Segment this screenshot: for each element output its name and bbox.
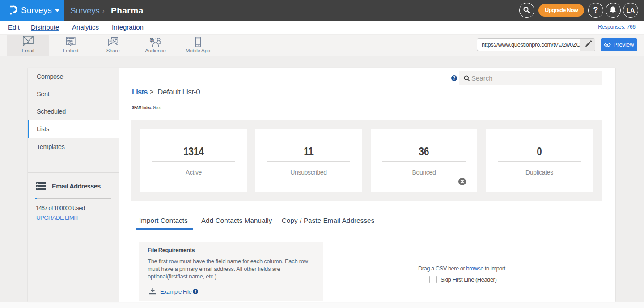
svg-text:$: $ bbox=[149, 36, 153, 43]
